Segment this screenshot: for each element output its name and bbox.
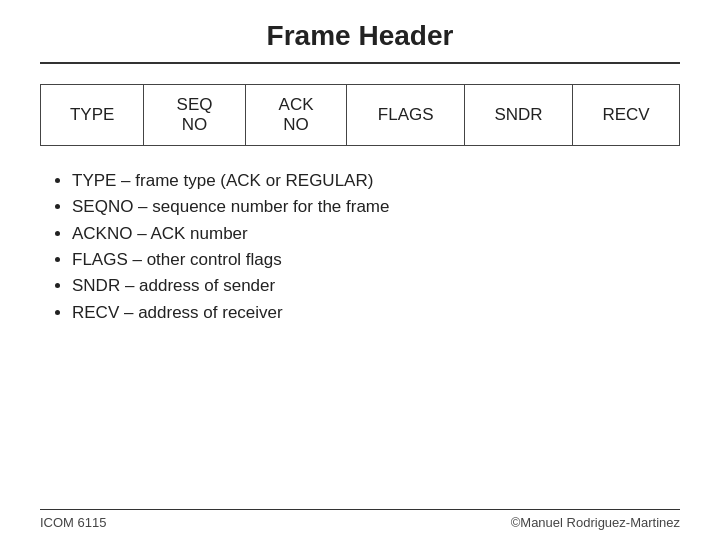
footer-course: ICOM 6115: [40, 515, 106, 530]
description-list: TYPE – frame type (ACK or REGULAR) SEQNO…: [40, 168, 680, 326]
col-seqno: SEQNO: [144, 85, 246, 146]
col-recv: RECV: [573, 85, 680, 146]
bullet-recv: RECV – address of receiver: [72, 300, 680, 326]
footer-copyright: ©Manuel Rodriguez-Martinez: [511, 515, 680, 530]
title-divider: [40, 62, 680, 64]
col-type: TYPE: [41, 85, 144, 146]
page: Frame Header TYPE SEQNO ACKNO FLAGS SNDR…: [0, 0, 720, 540]
col-sndr: SNDR: [465, 85, 573, 146]
footer: ICOM 6115 ©Manuel Rodriguez-Martinez: [40, 509, 680, 530]
col-flags: FLAGS: [347, 85, 465, 146]
frame-header-table: TYPE SEQNO ACKNO FLAGS SNDR RECV: [40, 84, 680, 146]
bullet-ackno: ACKNO – ACK number: [72, 221, 680, 247]
col-ackno: ACKNO: [245, 85, 347, 146]
bullet-seqno: SEQNO – sequence number for the frame: [72, 194, 680, 220]
bullet-sndr: SNDR – address of sender: [72, 273, 680, 299]
frame-header-table-wrapper: TYPE SEQNO ACKNO FLAGS SNDR RECV: [40, 84, 680, 146]
bullet-type: TYPE – frame type (ACK or REGULAR): [72, 168, 680, 194]
page-title: Frame Header: [40, 20, 680, 52]
bullet-flags: FLAGS – other control flags: [72, 247, 680, 273]
